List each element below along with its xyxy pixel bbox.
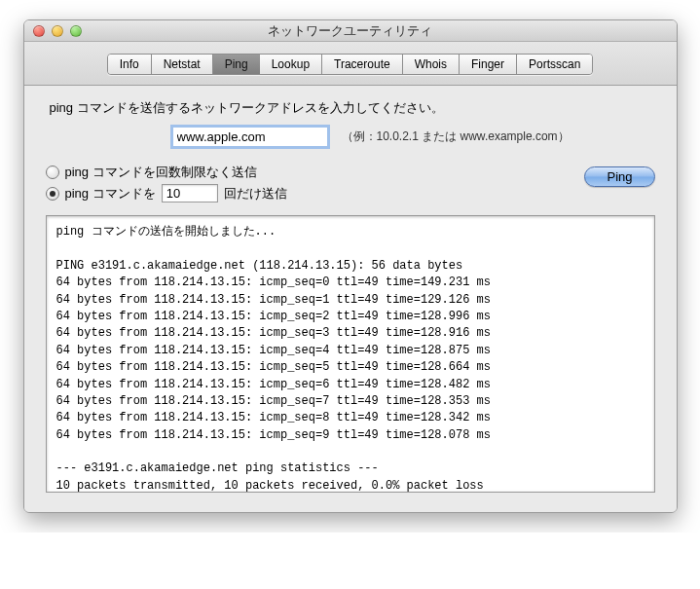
- content-pane: ping コマンドを送信するネットワークアドレスを入力してください。 （例：10…: [24, 86, 677, 512]
- tab-ping[interactable]: Ping: [213, 55, 260, 74]
- window-title: ネットワークユーティリティ: [24, 22, 677, 40]
- option-limited-prefix: ping コマンドを: [65, 185, 156, 202]
- ping-options: ping コマンドを回数制限なく送信 ping コマンドを 回だけ送信: [46, 161, 585, 205]
- titlebar[interactable]: ネットワークユーティリティ: [24, 20, 677, 42]
- option-unlimited[interactable]: ping コマンドを回数制限なく送信: [46, 164, 585, 181]
- option-limited[interactable]: ping コマンドを 回だけ送信: [46, 184, 585, 202]
- radio-unlimited[interactable]: [46, 166, 59, 179]
- tab-segment: Info Netstat Ping Lookup Traceroute Whoi…: [107, 54, 594, 75]
- tab-whois[interactable]: Whois: [403, 55, 460, 74]
- ping-count-input[interactable]: [162, 184, 218, 202]
- tab-lookup[interactable]: Lookup: [260, 55, 322, 74]
- actions-row: ping コマンドを回数制限なく送信 ping コマンドを 回だけ送信 Ping: [46, 161, 655, 205]
- ping-output: ping コマンドの送信を開始しました... PING e3191.c.akam…: [56, 224, 645, 493]
- tabbar: Info Netstat Ping Lookup Traceroute Whoi…: [24, 42, 677, 86]
- tab-netstat[interactable]: Netstat: [152, 55, 213, 74]
- address-row: （例：10.0.2.1 または www.example.com）: [172, 127, 655, 147]
- address-input[interactable]: [172, 127, 328, 147]
- tab-traceroute[interactable]: Traceroute: [322, 55, 403, 74]
- tab-info[interactable]: Info: [108, 55, 152, 74]
- network-utility-window: ネットワークユーティリティ Info Netstat Ping Lookup T…: [23, 19, 678, 513]
- tab-ping-highlight: Ping: [210, 54, 263, 75]
- radio-limited[interactable]: [46, 187, 59, 201]
- ping-button[interactable]: Ping: [584, 166, 654, 187]
- option-unlimited-label: ping コマンドを回数制限なく送信: [65, 164, 257, 181]
- option-limited-suffix: 回だけ送信: [224, 185, 287, 202]
- tab-finger[interactable]: Finger: [460, 55, 517, 74]
- address-hint: （例：10.0.2.1 または www.example.com）: [342, 129, 570, 145]
- output-panel[interactable]: ping コマンドの送信を開始しました... PING e3191.c.akam…: [46, 215, 655, 493]
- tab-portsscan[interactable]: Portsscan: [517, 55, 592, 74]
- prompt-label: ping コマンドを送信するネットワークアドレスを入力してください。: [50, 99, 655, 117]
